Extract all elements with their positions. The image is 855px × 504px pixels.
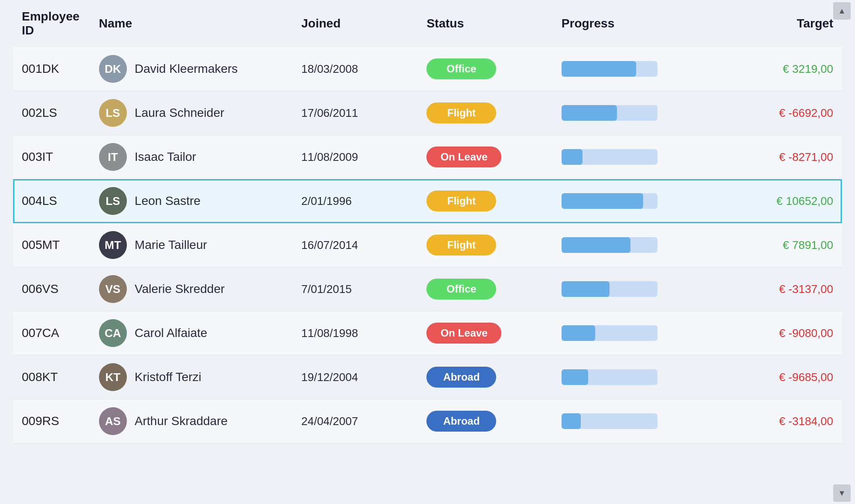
employee-id: 001DK [13,47,90,91]
progress-bar-background [562,237,657,253]
employee-progress-cell [553,399,717,443]
employee-name: Carol Alfaiate [135,326,208,340]
employee-status-cell: Office [418,267,552,311]
progress-bar-fill [562,237,630,253]
table-row[interactable]: 003ITITIsaac Tailor11/08/2009On Leave€ -… [13,135,842,179]
employee-progress-cell [553,135,717,179]
progress-bar-background [562,105,657,121]
col-header-progress: Progress [553,0,717,47]
employee-name: Arthur Skraddare [135,414,228,428]
employee-name: Laura Schneider [135,106,224,120]
employee-progress-cell [553,355,717,399]
col-header-target: Target [717,0,842,47]
avatar: AS [99,407,127,435]
employee-target: € 10652,00 [717,179,842,223]
col-header-name: Name [90,0,293,47]
employee-progress-cell [553,223,717,267]
avatar: CA [99,319,127,347]
status-badge: Flight [426,191,496,211]
avatar: IT [99,143,127,171]
employee-status-cell: Flight [418,179,552,223]
employee-name: Leon Sastre [135,194,201,208]
status-badge: Abroad [426,411,496,432]
table-row[interactable]: 007CACACarol Alfaiate11/08/1998On Leave€… [13,311,842,355]
status-badge: Office [426,279,496,300]
scroll-down-button[interactable]: ▼ [833,484,851,502]
progress-bar-fill [562,413,581,429]
table-row[interactable]: 008KTKTKristoff Terzi19/12/2004Abroad€ -… [13,355,842,399]
progress-bar-fill [562,149,582,165]
employee-id: 003IT [13,135,90,179]
employee-name: Isaac Tailor [135,150,196,164]
employee-name: Valerie Skredder [135,282,225,296]
col-header-joined: Joined [293,0,418,47]
col-header-id: Employee ID [13,0,90,47]
employee-joined: 7/01/2015 [293,267,418,311]
employee-target: € -6692,00 [717,91,842,135]
employee-id: 004LS [13,179,90,223]
col-header-status: Status [418,0,552,47]
employee-name-cell: KTKristoff Terzi [90,355,293,399]
employee-id: 008KT [13,355,90,399]
employee-joined: 2/01/1996 [293,179,418,223]
progress-bar-fill [562,105,617,121]
employee-name: Marie Tailleur [135,238,207,252]
table-row[interactable]: 004LSLSLeon Sastre2/01/1996Flight€ 10652… [13,179,842,223]
progress-bar-fill [562,369,589,385]
avatar: LS [99,187,127,215]
employee-joined: 19/12/2004 [293,355,418,399]
employee-name-cell: ASArthur Skraddare [90,399,293,443]
employee-target: € -3137,00 [717,267,842,311]
progress-bar-fill [562,61,637,77]
table-row[interactable]: 006VSVSValerie Skredder7/01/2015Office€ … [13,267,842,311]
employee-name-cell: VSValerie Skredder [90,267,293,311]
employee-progress-cell [553,47,717,91]
employee-progress-cell [553,267,717,311]
employee-id: 005MT [13,223,90,267]
employee-table: Employee ID Name Joined Status Progress … [13,0,842,443]
employee-target: € -3184,00 [717,399,842,443]
employee-progress-cell [553,179,717,223]
avatar: MT [99,231,127,259]
employee-name-cell: MTMarie Tailleur [90,223,293,267]
employee-status-cell: Abroad [418,355,552,399]
employee-target: € 7891,00 [717,223,842,267]
employee-joined: 11/08/1998 [293,311,418,355]
progress-bar-fill [562,193,643,209]
table-row[interactable]: 009RSASArthur Skraddare24/04/2007Abroad€… [13,399,842,443]
employee-name-cell: ITIsaac Tailor [90,135,293,179]
employee-status-cell: Abroad [418,399,552,443]
employee-name-cell: CACarol Alfaiate [90,311,293,355]
progress-bar-background [562,149,657,165]
employee-joined: 16/07/2014 [293,223,418,267]
employee-status-cell: On Leave [418,311,552,355]
employee-name-cell: LSLeon Sastre [90,179,293,223]
employee-target: € -9080,00 [717,311,842,355]
employee-progress-cell [553,311,717,355]
employee-joined: 17/06/2011 [293,91,418,135]
employee-joined: 24/04/2007 [293,399,418,443]
employee-status-cell: Office [418,47,552,91]
employee-id: 007CA [13,311,90,355]
progress-bar-background [562,413,657,429]
progress-bar-background [562,193,657,209]
employee-name: Kristoff Terzi [135,370,201,384]
employee-id: 009RS [13,399,90,443]
employee-progress-cell [553,91,717,135]
progress-bar-background [562,325,657,341]
progress-bar-background [562,369,657,385]
employee-status-cell: Flight [418,91,552,135]
avatar: VS [99,275,127,303]
table-row[interactable]: 005MTMTMarie Tailleur16/07/2014Flight€ 7… [13,223,842,267]
employee-name-cell: LSLaura Schneider [90,91,293,135]
progress-bar-background [562,61,657,77]
status-badge: Office [426,58,496,79]
status-badge: Flight [426,235,496,255]
scroll-up-button[interactable]: ▲ [833,2,851,20]
table-row[interactable]: 001DKDKDavid Kleermakers18/03/2008Office… [13,47,842,91]
table-row[interactable]: 002LSLSLaura Schneider17/06/2011Flight€ … [13,91,842,135]
avatar: LS [99,99,127,127]
progress-bar-fill [562,325,595,341]
employee-name: David Kleermakers [135,62,238,76]
status-badge: On Leave [426,323,501,344]
